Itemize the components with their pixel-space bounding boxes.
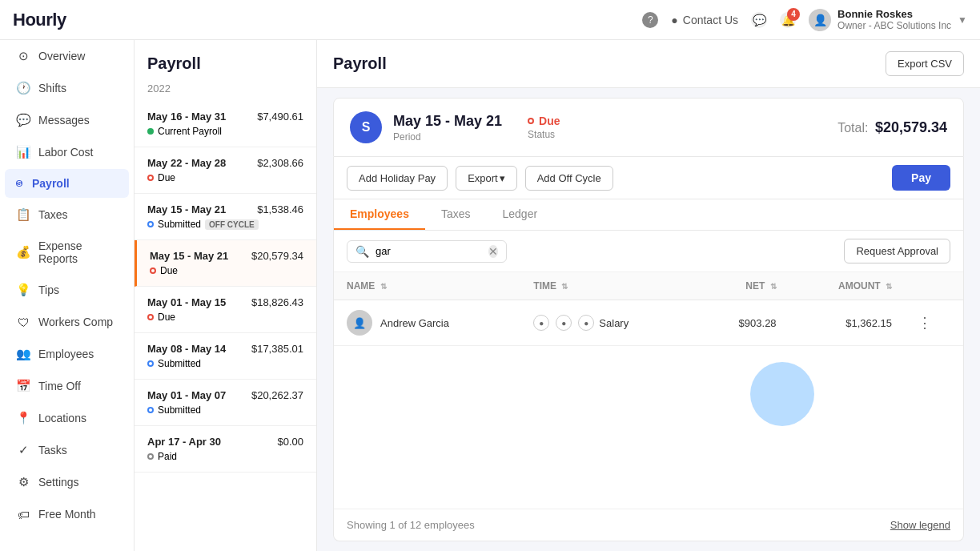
employee-name-cell: 👤 Andrew Garcia	[334, 300, 520, 346]
notifications-badge: 4	[787, 8, 800, 21]
search-input-wrap[interactable]: 🔍 ✕	[347, 240, 507, 263]
status-dot-icon	[147, 407, 154, 413]
sidebar-item-messages[interactable]: 💬 Messages	[5, 105, 129, 135]
main-layout: ⊙ Overview 🕐 Shifts 💬 Messages 📊 Labor C…	[0, 40, 980, 551]
name-sort-icon[interactable]: ⇅	[380, 282, 387, 291]
clear-search-icon[interactable]: ✕	[488, 245, 498, 258]
period-info-group: S May 15 - May 21 Period Due Status	[350, 111, 560, 143]
payroll-item-dates: May 15 - May 21	[147, 203, 226, 215]
sidebar-item-labor-cost[interactable]: 📊 Labor Cost	[5, 137, 129, 167]
col-name: NAME ⇅	[334, 272, 520, 300]
payroll-list-item[interactable]: May 22 - May 28 $2,308.66 Due	[135, 147, 316, 194]
sidebar-item-label: Free Month	[38, 508, 96, 521]
sidebar-icon: ⊙	[16, 49, 30, 63]
export-button[interactable]: Export ▾	[456, 166, 517, 191]
time-action-1[interactable]: ●	[533, 315, 549, 331]
payroll-list-panel: Payroll 2022 May 16 - May 31 $7,490.61 C…	[135, 40, 317, 551]
time-sort-icon[interactable]: ⇅	[561, 282, 568, 291]
sidebar-item-shifts[interactable]: 🕐 Shifts	[5, 73, 129, 103]
table-footer: Showing 1 of 12 employees Show legend	[334, 509, 963, 541]
payroll-list-item[interactable]: May 15 - May 21 $20,579.34 Due	[135, 240, 316, 287]
user-menu-chevron-icon: ▼	[958, 14, 967, 26]
payroll-item-dates: May 01 - May 07	[147, 389, 226, 401]
help-icon[interactable]: ?	[642, 12, 658, 28]
col-actions	[905, 272, 963, 300]
time-action-2[interactable]: ●	[556, 315, 572, 331]
off-cycle-badge: OFF CYCLE	[205, 219, 259, 230]
sidebar-item-payroll[interactable]: S Payroll	[5, 169, 129, 198]
contact-us-button[interactable]: ● Contact Us	[671, 14, 738, 26]
tab-ledger[interactable]: Ledger	[487, 199, 554, 230]
period-info: May 15 - May 21 Period	[393, 113, 502, 143]
user-menu[interactable]: 👤 Bonnie Roskes Owner - ABC Solutions In…	[809, 8, 967, 31]
payroll-list-item[interactable]: May 01 - May 07 $20,262.37 Submitted	[135, 380, 316, 426]
sidebar-item-employees[interactable]: 👥 Employees	[5, 339, 129, 369]
sidebar-item-settings[interactable]: ⚙ Settings	[5, 467, 129, 497]
sidebar-item-time-off[interactable]: 📅 Time Off	[5, 371, 129, 401]
status-dot-icon	[150, 267, 156, 274]
show-legend-link[interactable]: Show legend	[890, 519, 950, 531]
sidebar-icon: 📋	[16, 207, 30, 222]
pay-button[interactable]: Pay	[892, 165, 950, 191]
time-action-3[interactable]: ●	[578, 315, 594, 331]
payroll-item-dates: May 22 - May 28	[147, 157, 226, 169]
payroll-item-status: Submitted	[158, 358, 201, 369]
payroll-item-amount: $18,826.43	[251, 296, 303, 308]
payroll-list-body: May 16 - May 31 $7,490.61 Current Payrol…	[135, 101, 316, 551]
payroll-list-item[interactable]: May 01 - May 15 $18,826.43 Due	[135, 287, 316, 333]
request-approval-button[interactable]: Request Approval	[844, 239, 950, 263]
net-sort-icon[interactable]: ⇅	[770, 282, 777, 291]
employee-table: NAME ⇅ TIME ⇅ NET ⇅	[334, 272, 963, 346]
more-options-icon[interactable]: ⋮	[918, 315, 932, 331]
sidebar-item-workers-comp[interactable]: 🛡 Workers Comp	[5, 307, 129, 337]
sidebar-item-label: Payroll	[32, 177, 70, 190]
search-input[interactable]	[376, 245, 482, 257]
amount-sort-icon[interactable]: ⇅	[886, 282, 892, 291]
showing-count: Showing 1 of 12 employees	[347, 519, 475, 531]
sidebar-item-label: Taxes	[38, 208, 68, 221]
sidebar-icon: 🕐	[16, 81, 30, 95]
sidebar-item-locations[interactable]: 📍 Locations	[5, 403, 129, 433]
sidebar-item-taxes[interactable]: 📋 Taxes	[5, 199, 129, 230]
notifications-button[interactable]: 🔔 4	[780, 12, 796, 28]
sidebar-icon: 📍	[16, 411, 30, 425]
sidebar-icon: 📅	[16, 379, 30, 393]
sidebar-item-tips[interactable]: 💡 Tips	[5, 275, 129, 305]
period-avatar: S	[350, 111, 382, 143]
sidebar-item-tasks[interactable]: ✓ Tasks	[5, 435, 129, 465]
payroll-item-dates: May 08 - May 14	[147, 343, 226, 355]
period-status-value: Due	[528, 115, 560, 127]
payroll-item-amount: $2,308.66	[257, 157, 303, 169]
export-csv-button[interactable]: Export CSV	[886, 51, 964, 76]
payroll-item-dates: May 01 - May 15	[147, 296, 226, 308]
sidebar-item-overview[interactable]: ⊙ Overview	[5, 41, 129, 71]
period-status-group: Due Status	[528, 115, 560, 140]
payroll-item-dates: Apr 17 - Apr 30	[147, 436, 221, 448]
sidebar-item-expense-reports[interactable]: 💰 Expense Reports	[5, 231, 129, 273]
tab-employees[interactable]: Employees	[334, 199, 425, 230]
col-amount: AMOUNT ⇅	[789, 272, 905, 300]
payroll-list-year: 2022	[135, 79, 316, 101]
tab-taxes[interactable]: Taxes	[425, 199, 487, 230]
messages-icon[interactable]: 💬	[751, 12, 767, 28]
sidebar-icon: 📊	[16, 145, 30, 159]
user-info: Bonnie Roskes Owner - ABC Solutions Inc	[837, 8, 951, 31]
payroll-list-item[interactable]: May 16 - May 31 $7,490.61 Current Payrol…	[135, 101, 316, 147]
employee-time: Salary	[599, 317, 629, 329]
period-dates: May 15 - May 21	[393, 113, 502, 130]
status-dot-icon	[147, 175, 154, 181]
sidebar-icon: 💡	[16, 283, 30, 297]
table-overlay	[334, 346, 963, 509]
payroll-list-item[interactable]: May 15 - May 21 $1,538.46 Submitted OFF …	[135, 194, 316, 240]
tabs-bar: EmployeesTaxesLedger	[333, 199, 964, 231]
sidebar-item-label: Locations	[38, 412, 86, 424]
search-bar: 🔍 ✕ Request Approval	[334, 231, 963, 272]
payroll-list-item[interactable]: May 08 - May 14 $17,385.01 Submitted	[135, 333, 316, 380]
payroll-list-item[interactable]: Apr 17 - Apr 30 $0.00 Paid	[135, 426, 316, 473]
period-card: S May 15 - May 21 Period Due Status Tota…	[333, 98, 964, 157]
col-net: NET ⇅	[697, 272, 789, 300]
add-holiday-pay-button[interactable]: Add Holiday Pay	[347, 166, 448, 191]
add-off-cycle-button[interactable]: Add Off Cycle	[525, 166, 613, 191]
table-row: 👤 Andrew Garcia ● ●	[334, 300, 963, 346]
sidebar-item-free-month[interactable]: 🏷 Free Month	[5, 499, 129, 529]
